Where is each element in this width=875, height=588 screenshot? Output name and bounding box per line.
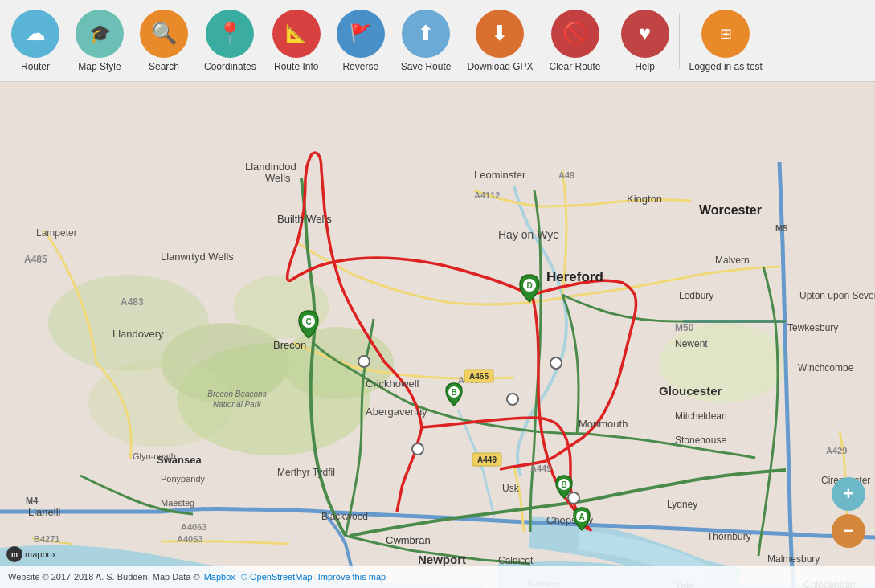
search-label: Search — [149, 61, 179, 72]
svg-text:D: D — [526, 281, 532, 290]
footer-mapbox-link[interactable]: Mapbox — [204, 572, 235, 582]
reverse-icon: 🚩 — [337, 10, 385, 58]
footer-osm-link[interactable]: © OpenStreetMap — [241, 572, 313, 582]
reverse-label: Reverse — [342, 61, 378, 72]
toolbar-item-reverse[interactable]: 🚩 Reverse — [329, 5, 393, 77]
svg-text:Lydney: Lydney — [667, 499, 697, 510]
svg-text:B4271: B4271 — [34, 534, 59, 544]
svg-text:A485: A485 — [24, 254, 47, 265]
svg-text:Monmouth: Monmouth — [579, 418, 628, 430]
toolbar-separator — [611, 13, 611, 69]
map-style-icon: 🎓 — [76, 10, 124, 58]
svg-text:Wells: Wells — [265, 172, 291, 184]
svg-text:National Park: National Park — [213, 400, 262, 409]
svg-point-10 — [507, 394, 518, 405]
svg-text:Stonehouse: Stonehouse — [675, 435, 726, 446]
toolbar-item-router[interactable]: ☁ Router — [3, 5, 67, 77]
svg-text:Ponypandy: Ponypandy — [161, 474, 206, 484]
clear-route-icon: 🚫 — [551, 10, 599, 58]
search-icon: 🔍 — [140, 10, 188, 58]
toolbar-item-coordinates[interactable]: 📍 Coordinates — [196, 5, 264, 77]
router-icon: ☁ — [11, 10, 59, 58]
svg-text:A: A — [579, 512, 584, 521]
map-style-label: Map Style — [78, 61, 121, 72]
svg-text:A4112: A4112 — [474, 190, 500, 200]
svg-text:A49: A49 — [558, 170, 574, 180]
toolbar-item-map-style[interactable]: 🎓 Map Style — [67, 5, 132, 77]
svg-text:M5: M5 — [775, 223, 787, 233]
svg-text:Ledbury: Ledbury — [679, 290, 713, 301]
svg-text:Llandindod: Llandindod — [245, 161, 296, 173]
footer-map-data: Map Data © — [153, 572, 200, 582]
svg-text:Lampeter: Lampeter — [36, 227, 77, 239]
save-route-icon: ⬆ — [402, 10, 450, 58]
save-route-label: Save Route — [401, 61, 452, 72]
svg-text:A483: A483 — [121, 296, 144, 308]
svg-text:Winchcombe: Winchcombe — [798, 362, 854, 374]
svg-text:Glyn-neath: Glyn-neath — [133, 451, 176, 461]
svg-text:A4063: A4063 — [181, 522, 206, 532]
svg-text:Newport: Newport — [418, 553, 466, 566]
toolbar-item-logged-in[interactable]: ⊞ Logged in as test — [681, 5, 771, 77]
toolbar-item-route-info[interactable]: 📐 Route Info — [264, 5, 329, 77]
svg-text:Llanwrtyd Wells: Llanwrtyd Wells — [161, 251, 234, 263]
svg-text:Hay on Wye: Hay on Wye — [498, 228, 559, 241]
svg-text:A4063: A4063 — [177, 534, 202, 544]
svg-text:B: B — [451, 388, 456, 397]
router-label: Router — [21, 61, 50, 72]
svg-text:M4: M4 — [26, 496, 39, 505]
user-icon: ⊞ — [701, 10, 750, 58]
download-gpx-label: Download GPX — [467, 61, 533, 72]
zoom-in-button[interactable]: + — [832, 477, 865, 511]
svg-text:Caldicot: Caldicot — [498, 555, 534, 566]
svg-text:Malvern: Malvern — [715, 255, 750, 266]
toolbar-item-clear-route[interactable]: 🚫 Clear Route — [541, 5, 608, 77]
svg-text:A429: A429 — [826, 446, 847, 455]
svg-text:Mitcheldean: Mitcheldean — [675, 410, 727, 422]
mapbox-logo: m mapbox — [6, 546, 56, 562]
svg-text:Upton upon Severn: Upton upon Severn — [799, 290, 875, 301]
toolbar-item-save-route[interactable]: ⬆ Save Route — [393, 5, 460, 77]
svg-text:Malmesbury: Malmesbury — [767, 553, 820, 565]
svg-text:Llandovery: Llandovery — [112, 328, 164, 340]
toolbar-separator-2 — [679, 13, 680, 69]
svg-text:Usk: Usk — [502, 483, 520, 494]
svg-text:Crickhowell: Crickhowell — [366, 378, 419, 390]
svg-point-11 — [550, 357, 562, 369]
svg-text:Maesteg: Maesteg — [161, 498, 194, 508]
coordinates-label: Coordinates — [204, 61, 256, 72]
svg-text:Worcester: Worcester — [699, 203, 762, 217]
svg-point-12 — [568, 492, 579, 504]
logged-in-label: Logged in as test — [689, 61, 763, 72]
svg-text:A449: A449 — [530, 463, 551, 473]
svg-text:Blackwood: Blackwood — [321, 511, 368, 522]
svg-point-6 — [88, 359, 233, 447]
toolbar-item-download-gpx[interactable]: ⬇ Download GPX — [459, 5, 541, 77]
help-icon: ♥ — [621, 10, 669, 58]
svg-text:C: C — [305, 317, 311, 326]
download-gpx-icon: ⬇ — [476, 10, 524, 58]
mapbox-icon: m — [6, 546, 22, 562]
svg-text:B: B — [561, 480, 566, 489]
svg-text:Tewkesbury: Tewkesbury — [787, 322, 838, 333]
svg-text:Thornbury: Thornbury — [707, 531, 751, 542]
map-container[interactable]: Lampeter A485 Llanwrtyd Wells A483 Lland… — [0, 82, 875, 588]
svg-text:A449: A449 — [477, 455, 497, 464]
svg-text:Merthyr Tydfil: Merthyr Tydfil — [277, 467, 335, 478]
clear-route-label: Clear Route — [549, 61, 600, 72]
svg-text:Cwmbran: Cwmbran — [386, 534, 431, 546]
svg-text:Brecon Beacons: Brecon Beacons — [207, 390, 266, 398]
zoom-out-button[interactable]: − — [832, 514, 865, 548]
toolbar-item-search[interactable]: 🔍 Search — [132, 5, 196, 77]
svg-point-9 — [412, 443, 423, 455]
route-info-icon: 📐 — [272, 10, 321, 58]
map-svg: Lampeter A485 Llanwrtyd Wells A483 Lland… — [0, 82, 875, 588]
toolbar-item-help[interactable]: ♥ Help — [613, 5, 677, 77]
svg-text:Hereford: Hereford — [546, 269, 603, 284]
footer-improve-link[interactable]: Improve this map — [318, 572, 386, 582]
toolbar: ☁ Router 🎓 Map Style 🔍 Search 📍 Coordina… — [0, 0, 875, 82]
svg-text:M50: M50 — [675, 322, 694, 333]
coordinates-icon: 📍 — [206, 10, 254, 58]
svg-text:Abergavenny: Abergavenny — [366, 406, 427, 418]
svg-text:Leominster: Leominster — [474, 169, 526, 181]
